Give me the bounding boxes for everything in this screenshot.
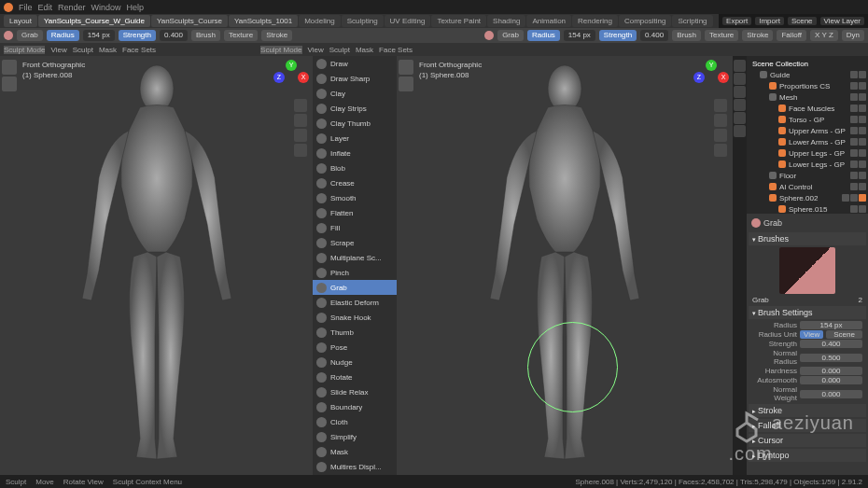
brush-item[interactable]: Flatten (313, 205, 397, 220)
move-icon[interactable] (714, 114, 727, 127)
brush-item[interactable]: Inflate (313, 146, 397, 160)
visibility-icon[interactable] (850, 149, 858, 157)
strength-value-right[interactable]: 0.400 (640, 30, 668, 41)
visibility-icon[interactable] (850, 116, 858, 123)
select-icon[interactable] (859, 160, 866, 168)
prop-tab[interactable] (734, 112, 746, 124)
brush-item[interactable]: Slide Relax (313, 384, 397, 399)
viewlayer-field[interactable]: View Layer (820, 17, 864, 25)
tool-item[interactable] (399, 60, 413, 75)
brush-item[interactable]: Crease (313, 175, 397, 190)
section-stroke[interactable]: Stroke (749, 404, 866, 417)
modifier-icon[interactable] (859, 194, 866, 202)
view-menu[interactable]: View (308, 46, 324, 54)
brush-item[interactable]: Draw Sharp (313, 71, 397, 86)
select-icon[interactable] (859, 105, 866, 112)
strength-value-left[interactable]: 0.400 (160, 30, 188, 41)
tool-item[interactable] (399, 77, 413, 91)
select-icon[interactable] (859, 183, 866, 190)
brush-item[interactable]: Nudge (313, 355, 397, 369)
select-icon[interactable] (859, 149, 866, 157)
menu-render[interactable]: Render (58, 3, 86, 12)
prop-tab[interactable] (734, 125, 746, 137)
symmetry-xyz[interactable]: X Y Z (810, 30, 838, 41)
brush-item[interactable]: Snake Hook (313, 310, 397, 325)
workspace-tab[interactable]: YanSculpts_Course (151, 15, 228, 27)
outliner-row[interactable]: Floor (749, 170, 866, 181)
outliner-row[interactable]: Guide (749, 69, 866, 80)
scene-field[interactable]: Scene (788, 17, 817, 25)
workspace-tab[interactable]: Scripting (672, 15, 712, 27)
brush-item[interactable]: Multiplane Sc... (313, 250, 397, 265)
visibility-icon[interactable] (850, 172, 858, 179)
outliner-root[interactable]: Scene Collection (749, 58, 866, 69)
tool-item[interactable] (2, 77, 17, 91)
persp-icon[interactable] (294, 144, 307, 157)
visibility-icon[interactable] (850, 138, 858, 146)
visibility-icon[interactable] (850, 105, 858, 112)
hardness-value[interactable]: 0.000 (800, 367, 862, 375)
brush-item[interactable]: Elastic Deform (313, 295, 397, 310)
autosmooth-value[interactable]: 0.000 (800, 376, 862, 384)
brush-preview[interactable] (779, 247, 835, 294)
stroke-menu-left[interactable]: Stroke (261, 30, 292, 41)
stroke-menu-right[interactable]: Stroke (742, 30, 773, 41)
visibility-icon[interactable] (850, 127, 858, 134)
mask-menu[interactable]: Mask (99, 46, 117, 54)
export-button[interactable]: Export (722, 17, 751, 25)
outliner-row[interactable]: Proportions CS (749, 80, 866, 91)
brush-item[interactable]: Mask (313, 444, 397, 459)
brush-item[interactable]: Blob (313, 160, 397, 175)
select-icon[interactable] (850, 194, 858, 202)
facesets-menu[interactable]: Face Sets (379, 46, 413, 54)
menu-help[interactable]: Help (127, 3, 145, 12)
workspace-tab[interactable]: Shading (487, 15, 525, 27)
brush-item[interactable]: Scrape (313, 235, 397, 250)
workspace-tab[interactable]: Compositing (619, 15, 671, 27)
brush-item[interactable]: Rotate (313, 369, 397, 384)
menu-file[interactable]: File (19, 3, 33, 12)
workspace-tab[interactable]: Rendering (572, 15, 618, 27)
visibility-icon[interactable] (850, 183, 858, 190)
workspace-tab[interactable]: Animation (526, 15, 571, 27)
brush-name-right[interactable]: Grab (497, 30, 524, 41)
prop-tab[interactable] (734, 99, 746, 111)
radius-unit-scene[interactable]: Scene (826, 330, 862, 339)
outliner-row[interactable]: Sphere.015 (749, 203, 866, 214)
radius-value[interactable]: 154 px (800, 321, 862, 329)
brush-name-field[interactable]: Grab (752, 296, 769, 304)
outliner-row[interactable]: Upper Legs - GP (749, 147, 866, 159)
select-icon[interactable] (859, 116, 866, 123)
workspace-tab[interactable]: Texture Paint (431, 15, 486, 27)
outliner-row[interactable]: Lower Arms - GP (749, 136, 866, 147)
mode-select-left[interactable]: Sculpt Mode (4, 46, 45, 54)
visibility-icon[interactable] (850, 93, 858, 101)
brush-item[interactable]: Thumb (313, 325, 397, 340)
select-icon[interactable] (859, 205, 866, 213)
mask-menu[interactable]: Mask (356, 46, 373, 54)
visibility-icon[interactable] (842, 194, 849, 202)
select-icon[interactable] (859, 127, 866, 134)
normal-radius-value[interactable]: 0.500 (800, 354, 862, 362)
workspace-tab[interactable]: Layout (4, 15, 37, 27)
normal-weight-value[interactable]: 0.000 (800, 390, 862, 398)
menu-edit[interactable]: Edit (38, 3, 53, 12)
dyntopo-toggle[interactable]: Dyn (842, 30, 864, 41)
brush-item[interactable]: Clay Strips (313, 101, 397, 116)
brush-item[interactable]: Simplify (313, 429, 397, 444)
select-icon[interactable] (859, 138, 866, 146)
orbit-gizmo[interactable]: XYZ (693, 60, 729, 95)
radius-value-right[interactable]: 154 px (564, 30, 595, 41)
outliner-row[interactable]: Lower Legs - GP (749, 159, 866, 170)
camera-icon[interactable] (714, 129, 727, 142)
workspace-tab[interactable]: YanSculpts_Course_W_Guide (38, 15, 150, 27)
section-brush-settings[interactable]: Brush Settings (749, 306, 866, 319)
brush-menu-right[interactable]: Brush (672, 30, 701, 41)
camera-icon[interactable] (294, 129, 307, 142)
orbit-gizmo[interactable]: XYZ (273, 60, 309, 95)
workspace-tab[interactable]: Modeling (299, 15, 340, 27)
texture-menu-left[interactable]: Texture (224, 30, 258, 41)
prop-tab[interactable] (734, 86, 746, 98)
viewport-right[interactable]: Front Orthographic(1) Sphere.008 XYZ (397, 56, 733, 488)
viewport-left[interactable]: Front Orthographic(1) Sphere.008 XYZ (0, 56, 313, 488)
